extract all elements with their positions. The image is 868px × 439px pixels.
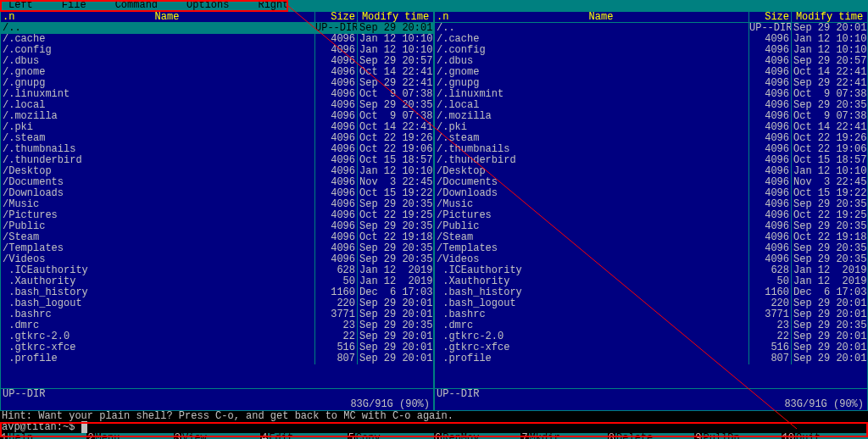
- fkey-label: RenMov: [442, 433, 479, 439]
- menu-options[interactable]: Options: [186, 0, 229, 11]
- file-name: /Templates: [1, 243, 314, 254]
- file-name: /.thumbnails: [1, 144, 314, 155]
- file-date: Sep 29 20:01: [791, 353, 867, 364]
- file-name: /Documents: [1, 177, 314, 188]
- disk-usage: 83G/91G (90%): [784, 399, 864, 410]
- disk-usage: 83G/91G (90%): [350, 399, 430, 410]
- file-row[interactable]: .profile807Sep 29 20:01: [435, 353, 867, 364]
- file-name: .profile: [435, 353, 748, 364]
- file-name: /.local: [435, 100, 748, 111]
- file-name: /.linuxmint: [1, 89, 314, 100]
- fkey-label: Mkdir: [529, 433, 560, 439]
- fkey-number: 1: [0, 433, 8, 439]
- file-name: /Videos: [1, 254, 314, 265]
- file-name: /.gnupg: [435, 78, 748, 89]
- fkey-edit[interactable]: 4Edit: [260, 433, 347, 439]
- fkey-number: 2: [86, 433, 94, 439]
- file-name: .bash_logout: [435, 298, 748, 309]
- menu-command[interactable]: Command: [115, 0, 158, 11]
- col-size[interactable]: Size: [748, 12, 791, 22]
- file-name: /Templates: [435, 243, 748, 254]
- fkey-number: 4: [260, 433, 268, 439]
- file-name: /Videos: [435, 254, 748, 265]
- menu-file[interactable]: File: [62, 0, 86, 11]
- file-name: /Documents: [435, 177, 748, 188]
- fkey-menu[interactable]: 2Menu: [86, 433, 173, 439]
- left-panel-footer: UP--DIR 83G/91G (90%): [1, 388, 433, 410]
- col-name[interactable]: Name: [19, 12, 314, 22]
- file-name: /.local: [1, 100, 314, 111]
- file-name: /.gnome: [1, 67, 314, 78]
- fkey-label: Edit: [268, 433, 293, 439]
- fkey-number: 6: [434, 433, 442, 439]
- fkey-label: Menu: [95, 433, 120, 439]
- file-name: /.mozilla: [1, 111, 314, 122]
- file-name: /Public: [1, 221, 314, 232]
- file-name: .gtkrc-2.0: [1, 331, 314, 342]
- fkey-label: Copy: [355, 433, 381, 439]
- file-name: .bash_history: [1, 287, 314, 298]
- menu-right[interactable]: Right: [258, 0, 288, 11]
- menu-bar: LeftFileCommandOptionsRight: [0, 0, 868, 11]
- file-size: 807: [314, 353, 357, 364]
- col-name[interactable]: Name: [453, 12, 748, 22]
- col-date[interactable]: Modify time: [791, 12, 867, 22]
- file-name: .dmrc: [435, 320, 748, 331]
- left-file-list[interactable]: /..UP--DIRSep 29 20:01/.cache4096Jan 12 …: [1, 23, 433, 388]
- file-name: /Steam: [1, 232, 314, 243]
- file-date: Sep 29 20:01: [357, 353, 433, 364]
- left-panel: .n Name Size Modify time /..UP--DIRSep 2…: [0, 11, 434, 411]
- file-name: .Xauthority: [435, 276, 748, 287]
- menu-left[interactable]: Left: [8, 0, 33, 11]
- file-row[interactable]: .profile807Sep 29 20:01: [1, 353, 433, 364]
- fkey-label: View: [181, 433, 207, 439]
- file-name: /.gnome: [435, 67, 748, 78]
- file-name: /..: [1, 23, 314, 34]
- file-name: .ICEauthority: [1, 265, 314, 276]
- file-name: /Desktop: [1, 166, 314, 177]
- fkey-number: 10: [782, 433, 795, 439]
- file-name: /.dbus: [1, 56, 314, 67]
- fkey-renmov[interactable]: 6RenMov: [434, 433, 520, 439]
- fkey-label: Help: [8, 433, 33, 439]
- file-name: /.dbus: [435, 56, 748, 67]
- fkey-label: Delete: [615, 433, 653, 439]
- col-n[interactable]: .n: [1, 12, 19, 22]
- fkey-view[interactable]: 3View: [174, 433, 260, 439]
- fkey-delete[interactable]: 8Delete: [608, 433, 694, 439]
- fkey-pulldn[interactable]: 9PullDn: [694, 433, 781, 439]
- col-date[interactable]: Modify time: [357, 12, 433, 22]
- col-size[interactable]: Size: [314, 12, 357, 22]
- fkey-number: 5: [348, 433, 355, 439]
- file-name: /.thunderbird: [435, 155, 748, 166]
- hint-line: Hint: Want your plain shell? Press C-o, …: [0, 411, 868, 422]
- fkey-copy[interactable]: 5Copy: [348, 433, 434, 439]
- file-name: /.config: [1, 45, 314, 56]
- file-name: /.cache: [435, 34, 748, 45]
- file-name: .dmrc: [1, 320, 314, 331]
- file-name: .bashrc: [1, 309, 314, 320]
- file-name: /.steam: [435, 133, 748, 144]
- fkey-help[interactable]: 1Help: [0, 433, 86, 439]
- fkey-number: 3: [174, 433, 181, 439]
- file-name: /.thunderbird: [1, 155, 314, 166]
- col-n[interactable]: .n: [435, 12, 453, 22]
- file-name: .bash_history: [435, 287, 748, 298]
- file-name: /Music: [1, 199, 314, 210]
- left-panel-header: .n Name Size Modify time: [1, 12, 433, 23]
- file-name: /.steam: [1, 133, 314, 144]
- prompt-text: avp@titan:~$: [2, 421, 81, 433]
- fkey-label: Quit: [795, 433, 821, 439]
- file-name: /Downloads: [1, 188, 314, 199]
- file-name: /.gnupg: [1, 78, 314, 89]
- right-file-list[interactable]: /..UP--DIRSep 29 20:01/.cache4096Jan 12 …: [435, 23, 867, 388]
- file-name: /.cache: [1, 34, 314, 45]
- file-name: /Desktop: [435, 166, 748, 177]
- file-name: .profile: [1, 353, 314, 364]
- fkey-mkdir[interactable]: 7Mkdir: [520, 433, 607, 439]
- file-name: /Downloads: [435, 188, 748, 199]
- fkey-label: PullDn: [702, 433, 739, 439]
- file-name: /Steam: [435, 232, 748, 243]
- fkey-quit[interactable]: 10Quit: [782, 433, 868, 439]
- file-name: /Music: [435, 199, 748, 210]
